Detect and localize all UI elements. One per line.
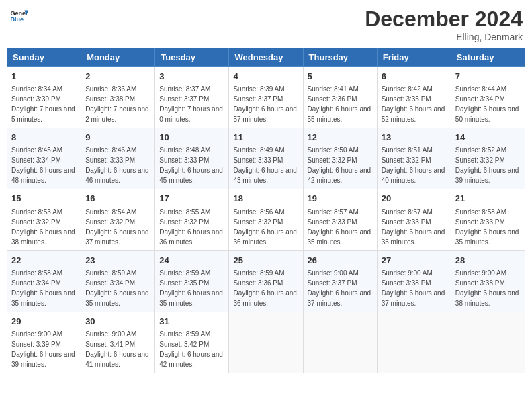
day-number: 25 [233, 255, 298, 267]
svg-text:Blue: Blue [10, 16, 24, 23]
sunrise-info: Sunrise: 8:51 AM [382, 146, 433, 154]
daylight-info: Daylight: 6 hours and 42 minutes. [308, 167, 371, 184]
daylight-info: Daylight: 6 hours and 36 minutes. [159, 228, 223, 246]
daylight-info: Daylight: 6 hours and 45 minutes. [159, 167, 223, 184]
month-title: December 2024 [365, 7, 523, 32]
calendar-cell [377, 312, 451, 373]
sunrise-info: Sunrise: 9:00 AM [455, 269, 506, 277]
sunrise-info: Sunrise: 8:48 AM [159, 146, 210, 154]
sunrise-info: Sunrise: 8:52 AM [455, 146, 506, 154]
daylight-info: Daylight: 6 hours and 38 minutes. [11, 228, 75, 246]
sunset-info: Sunset: 3:32 PM [308, 156, 357, 164]
calendar-cell: 8 Sunrise: 8:45 AM Sunset: 3:34 PM Dayli… [7, 128, 81, 189]
calendar-week-5: 29 Sunrise: 9:00 AM Sunset: 3:39 PM Dayl… [7, 312, 525, 373]
sunrise-info: Sunrise: 8:50 AM [308, 146, 359, 154]
day-number: 5 [308, 71, 373, 83]
sunrise-info: Sunrise: 8:58 AM [11, 269, 62, 277]
sunrise-info: Sunrise: 9:00 AM [308, 269, 359, 277]
sunset-info: Sunset: 3:36 PM [233, 279, 283, 287]
calendar-cell: 3 Sunrise: 8:37 AM Sunset: 3:37 PM Dayli… [155, 67, 229, 128]
sunset-info: Sunset: 3:41 PM [85, 340, 135, 348]
sunset-info: Sunset: 3:38 PM [455, 279, 505, 287]
sunset-info: Sunset: 3:33 PM [308, 218, 357, 226]
day-number: 6 [382, 71, 447, 83]
daylight-info: Daylight: 7 hours and 2 minutes. [85, 105, 149, 123]
calendar-cell: 25 Sunrise: 8:59 AM Sunset: 3:36 PM Dayl… [229, 250, 303, 312]
sunrise-info: Sunrise: 8:56 AM [233, 208, 284, 216]
daylight-info: Daylight: 6 hours and 36 minutes. [233, 228, 297, 246]
day-number: 13 [382, 132, 447, 144]
day-number: 17 [159, 193, 224, 205]
day-number: 28 [455, 255, 521, 267]
daylight-info: Daylight: 6 hours and 52 minutes. [382, 105, 445, 123]
calendar-header-row: SundayMondayTuesdayWednesdayThursdayFrid… [7, 48, 525, 67]
daylight-info: Daylight: 6 hours and 42 minutes. [159, 351, 223, 368]
daylight-info: Daylight: 6 hours and 55 minutes. [308, 105, 371, 123]
calendar-cell: 16 Sunrise: 8:54 AM Sunset: 3:32 PM Dayl… [81, 189, 155, 250]
day-number: 9 [85, 132, 150, 144]
calendar-cell: 15 Sunrise: 8:53 AM Sunset: 3:32 PM Dayl… [7, 189, 81, 250]
sunrise-info: Sunrise: 8:58 AM [455, 208, 506, 216]
calendar-week-1: 1 Sunrise: 8:34 AM Sunset: 3:39 PM Dayli… [7, 67, 525, 128]
calendar-cell: 7 Sunrise: 8:44 AM Sunset: 3:34 PM Dayli… [451, 67, 525, 128]
calendar-cell: 30 Sunrise: 9:00 AM Sunset: 3:41 PM Dayl… [81, 312, 155, 373]
daylight-info: Daylight: 6 hours and 57 minutes. [233, 105, 297, 123]
sunrise-info: Sunrise: 8:44 AM [455, 85, 506, 93]
sunset-info: Sunset: 3:37 PM [308, 279, 357, 287]
calendar-cell: 6 Sunrise: 8:42 AM Sunset: 3:35 PM Dayli… [377, 67, 451, 128]
daylight-info: Daylight: 7 hours and 0 minutes. [159, 105, 223, 123]
daylight-info: Daylight: 6 hours and 40 minutes. [382, 167, 445, 184]
calendar-cell: 14 Sunrise: 8:52 AM Sunset: 3:32 PM Dayl… [451, 128, 525, 189]
calendar-cell: 24 Sunrise: 8:59 AM Sunset: 3:35 PM Dayl… [155, 250, 229, 312]
calendar-cell: 17 Sunrise: 8:55 AM Sunset: 3:32 PM Dayl… [155, 189, 229, 250]
sunset-info: Sunset: 3:37 PM [233, 95, 283, 103]
daylight-info: Daylight: 6 hours and 43 minutes. [233, 167, 297, 184]
sunset-info: Sunset: 3:39 PM [11, 95, 61, 103]
calendar-cell: 23 Sunrise: 8:59 AM Sunset: 3:34 PM Dayl… [81, 250, 155, 312]
daylight-info: Daylight: 6 hours and 35 minutes. [455, 228, 519, 246]
day-number: 4 [233, 71, 298, 83]
daylight-info: Daylight: 6 hours and 35 minutes. [159, 289, 223, 307]
day-number: 31 [159, 316, 224, 328]
day-number: 21 [455, 193, 521, 205]
daylight-info: Daylight: 6 hours and 35 minutes. [308, 228, 371, 246]
sunrise-info: Sunrise: 9:00 AM [11, 330, 62, 338]
day-number: 30 [85, 316, 150, 328]
day-number: 26 [308, 255, 373, 267]
calendar-cell: 28 Sunrise: 9:00 AM Sunset: 3:38 PM Dayl… [451, 250, 525, 312]
sunset-info: Sunset: 3:34 PM [85, 279, 135, 287]
sunrise-info: Sunrise: 8:49 AM [233, 146, 284, 154]
calendar-cell: 2 Sunrise: 8:36 AM Sunset: 3:38 PM Dayli… [81, 67, 155, 128]
calendar-cell: 27 Sunrise: 9:00 AM Sunset: 3:38 PM Dayl… [377, 250, 451, 312]
sunrise-info: Sunrise: 8:41 AM [308, 85, 359, 93]
calendar-cell: 1 Sunrise: 8:34 AM Sunset: 3:39 PM Dayli… [7, 67, 81, 128]
calendar-week-4: 22 Sunrise: 8:58 AM Sunset: 3:34 PM Dayl… [7, 250, 525, 312]
daylight-info: Daylight: 6 hours and 38 minutes. [455, 289, 519, 307]
sunset-info: Sunset: 3:33 PM [233, 156, 283, 164]
sunset-info: Sunset: 3:34 PM [11, 156, 61, 164]
sunrise-info: Sunrise: 8:55 AM [159, 208, 210, 216]
sunset-info: Sunset: 3:33 PM [382, 218, 431, 226]
sunrise-info: Sunrise: 9:00 AM [85, 330, 136, 338]
daylight-info: Daylight: 6 hours and 35 minutes. [85, 289, 149, 307]
location: Elling, Denmark [365, 32, 523, 42]
column-header-friday: Friday [377, 48, 451, 67]
calendar-cell: 20 Sunrise: 8:57 AM Sunset: 3:33 PM Dayl… [377, 189, 451, 250]
calendar-cell [451, 312, 525, 373]
sunset-info: Sunset: 3:33 PM [455, 218, 505, 226]
page-header: General Blue December 2024 Elling, Denma… [7, 7, 525, 42]
calendar-cell: 11 Sunrise: 8:49 AM Sunset: 3:33 PM Dayl… [229, 128, 303, 189]
sunrise-info: Sunrise: 8:59 AM [233, 269, 284, 277]
sunset-info: Sunset: 3:36 PM [308, 95, 357, 103]
day-number: 7 [455, 71, 521, 83]
sunset-info: Sunset: 3:38 PM [382, 279, 431, 287]
daylight-info: Daylight: 6 hours and 37 minutes. [382, 289, 445, 307]
calendar-cell: 31 Sunrise: 8:59 AM Sunset: 3:42 PM Dayl… [155, 312, 229, 373]
sunset-info: Sunset: 3:33 PM [85, 156, 135, 164]
sunrise-info: Sunrise: 8:54 AM [85, 208, 136, 216]
daylight-info: Daylight: 7 hours and 5 minutes. [11, 105, 75, 123]
sunset-info: Sunset: 3:32 PM [382, 156, 431, 164]
column-header-monday: Monday [81, 48, 155, 67]
calendar-cell: 13 Sunrise: 8:51 AM Sunset: 3:32 PM Dayl… [377, 128, 451, 189]
daylight-info: Daylight: 6 hours and 39 minutes. [11, 351, 75, 368]
